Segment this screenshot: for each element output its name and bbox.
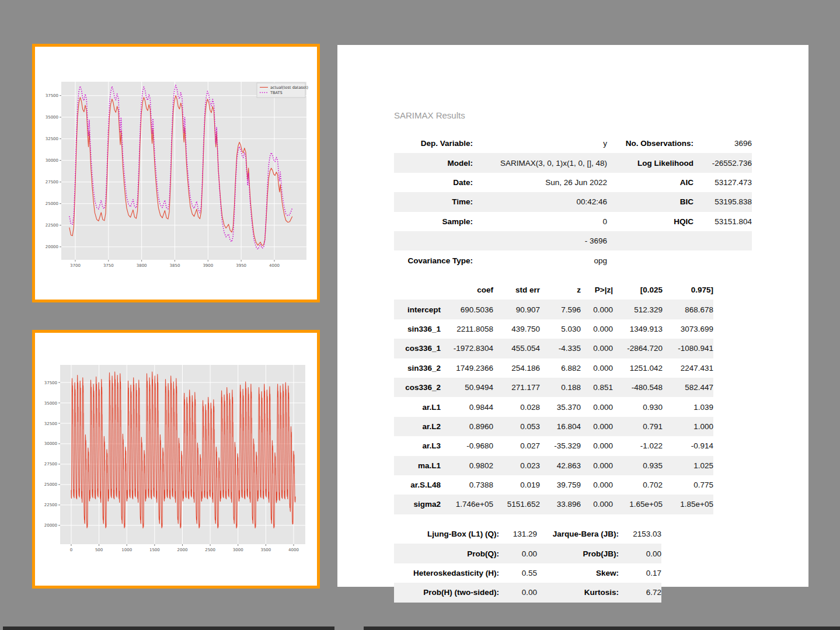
y-tick-label: 25000 xyxy=(44,482,57,487)
table-cell: 1.65e+05 xyxy=(613,495,663,514)
diagnostics-table: Ljung-Box (L1) (Q):131.29Jarque-Bera (JB… xyxy=(394,524,661,603)
table-cell: std err xyxy=(493,280,540,300)
table-row: sigma21.746e+055151.65233.8960.0001.65e+… xyxy=(394,495,713,514)
y-tick-label: 32500 xyxy=(44,422,57,426)
table-row: coefstd errzP>|z|[0.0250.975] xyxy=(394,280,713,300)
table-cell: BIC xyxy=(607,192,693,211)
x-tick-label: 3700 xyxy=(70,263,81,268)
table-cell: sin336_1 xyxy=(394,319,441,339)
table-cell: y xyxy=(473,134,607,153)
x-tick-label: 4000 xyxy=(269,263,280,268)
table-cell: -0.9680 xyxy=(441,436,493,455)
table-cell: HQIC xyxy=(607,212,693,231)
table-cell xyxy=(607,231,693,250)
table-cell: Dep. Variable: xyxy=(394,134,473,153)
table-cell: 1749.2366 xyxy=(441,358,493,378)
table-row: sin336_21749.2366254.1866.8820.0001251.0… xyxy=(394,358,713,378)
table-cell: 16.804 xyxy=(540,417,581,436)
y-tick-label: 30000 xyxy=(46,158,58,163)
table-cell: 0.000 xyxy=(581,456,613,475)
table-cell: sin336_2 xyxy=(394,358,441,378)
table-cell: 0.019 xyxy=(493,475,540,495)
table-cell: 1349.913 xyxy=(613,319,663,339)
table-cell: 0.023 xyxy=(493,456,540,475)
table-cell: 0.188 xyxy=(540,378,581,397)
table-cell: 0.975] xyxy=(663,280,713,300)
table-cell: 0.028 xyxy=(493,397,540,416)
table-cell: 3696 xyxy=(693,134,752,153)
table-cell: 0.935 xyxy=(613,456,663,475)
table-cell: Covariance Type: xyxy=(394,250,473,270)
table-cell: Jarque-Bera (JB): xyxy=(537,524,619,544)
table-cell: coef xyxy=(441,280,493,300)
table-cell xyxy=(693,250,752,270)
table-cell: 53151.804 xyxy=(693,212,752,231)
sarimax-results-panel: SARIMAX Results Dep. Variable:yNo. Obser… xyxy=(337,45,808,587)
forecast-chart: 3700375038003850390039504000200002250025… xyxy=(35,47,317,300)
table-cell: 0 xyxy=(473,212,607,231)
table-cell: -4.335 xyxy=(540,339,581,358)
table-cell: intercept xyxy=(394,300,441,319)
table-cell: -2864.720 xyxy=(613,339,663,358)
table-cell: 0.791 xyxy=(613,417,663,436)
table-row: Time:00:42:46BIC53195.838 xyxy=(394,192,752,211)
table-cell: 131.29 xyxy=(499,524,537,544)
y-tick-label: 30000 xyxy=(44,441,57,446)
table-cell: sigma2 xyxy=(394,495,441,514)
y-tick-label: 22500 xyxy=(44,503,57,507)
table-cell: Prob(JB): xyxy=(537,544,619,563)
table-cell: ar.L2 xyxy=(394,417,441,436)
table-cell: ar.L3 xyxy=(394,436,441,455)
table-cell: 7.596 xyxy=(540,300,581,319)
table-cell: 0.000 xyxy=(581,397,613,416)
table-cell: 0.000 xyxy=(581,339,613,358)
table-cell: ma.L1 xyxy=(394,456,441,475)
table-cell: SARIMAX(3, 0, 1)x(1, 0, [], 48) xyxy=(473,153,607,172)
y-tick-label: 20000 xyxy=(46,245,58,249)
table-cell: 39.759 xyxy=(540,475,581,495)
table-cell: 0.9844 xyxy=(441,397,493,416)
coefficients-table: coefstd errzP>|z|[0.0250.975]intercept69… xyxy=(394,280,713,514)
background-window-edge-right[interactable] xyxy=(364,626,840,630)
table-cell: 6.72 xyxy=(619,583,661,602)
table-cell: 0.930 xyxy=(613,397,663,416)
table-cell: 455.054 xyxy=(493,339,540,358)
table-cell: 35.370 xyxy=(540,397,581,416)
table-cell: 0.000 xyxy=(581,436,613,455)
table-cell: 5151.652 xyxy=(493,495,540,514)
table-cell: 271.177 xyxy=(493,378,540,397)
table-cell: 53127.473 xyxy=(693,173,752,192)
background-window-edge-left[interactable] xyxy=(3,626,334,630)
table-cell: 2211.8058 xyxy=(441,319,493,339)
table-cell: [0.025 xyxy=(613,280,663,300)
table-cell: 0.55 xyxy=(499,563,537,583)
table-row: sin336_12211.8058439.7505.0300.0001349.9… xyxy=(394,319,713,339)
table-cell xyxy=(693,231,752,250)
table-cell: - 3696 xyxy=(473,231,607,250)
table-row: - 3696 xyxy=(394,231,752,250)
table-row: Prob(Q):0.00Prob(JB):0.00 xyxy=(394,544,661,563)
table-cell: 2247.431 xyxy=(663,358,713,378)
table-row: ma.L10.98020.02342.8630.0000.9351.025 xyxy=(394,456,713,475)
table-cell: 254.186 xyxy=(493,358,540,378)
table-cell: -480.548 xyxy=(613,378,663,397)
results-title: SARIMAX Results xyxy=(394,110,465,120)
table-row: Prob(H) (two-sided):0.00Kurtosis:6.72 xyxy=(394,583,661,602)
table-cell: -1.022 xyxy=(613,436,663,455)
table-cell: 6.882 xyxy=(540,358,581,378)
table-cell: -0.914 xyxy=(663,436,713,455)
table-row: Dep. Variable:yNo. Observations:3696 xyxy=(394,134,752,153)
forecast-chart-panel: 3700375038003850390039504000200002250025… xyxy=(32,44,320,302)
table-cell: Sun, 26 Jun 2022 xyxy=(473,173,607,192)
table-row: ar.L10.98440.02835.3700.0000.9301.039 xyxy=(394,397,713,416)
table-cell: Kurtosis: xyxy=(537,583,619,602)
table-cell: -35.329 xyxy=(540,436,581,455)
table-cell: 2153.03 xyxy=(619,524,661,544)
table-cell: 0.00 xyxy=(619,544,661,563)
table-cell: cos336_2 xyxy=(394,378,441,397)
table-cell: -26552.736 xyxy=(693,153,752,172)
table-cell: Prob(Q): xyxy=(394,544,499,563)
x-tick-label: 4000 xyxy=(288,548,299,552)
table-cell: cos336_1 xyxy=(394,339,441,358)
table-cell: 439.750 xyxy=(493,319,540,339)
